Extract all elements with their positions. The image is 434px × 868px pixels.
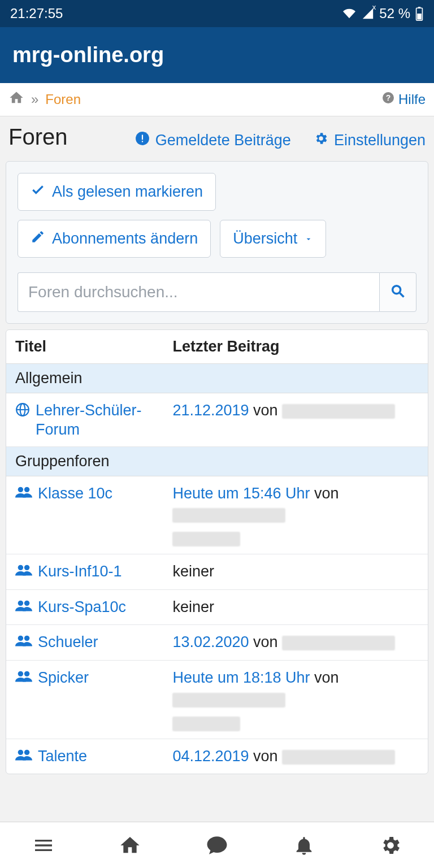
svg-point-19 <box>18 636 23 641</box>
forum-name: Talente <box>38 746 87 766</box>
forum-last-post: keiner <box>172 561 419 583</box>
nav-home[interactable] <box>113 834 147 857</box>
status-right: x 52 % <box>342 6 424 21</box>
group-icon <box>15 597 32 617</box>
search-button[interactable] <box>379 272 416 312</box>
app-header: mrg-online.org <box>0 27 434 83</box>
forum-name: Klasse 10c <box>38 483 112 504</box>
forum-row[interactable]: Schueler13.02.2020 von <box>6 625 428 661</box>
subscriptions-button[interactable]: Abonnements ändern <box>18 220 211 258</box>
forum-row[interactable]: Lehrer-Schüler-Forum21.12.2019 von <box>6 393 428 447</box>
svg-point-13 <box>18 487 23 492</box>
forum-last-post: keiner <box>172 597 419 618</box>
forum-row[interactable]: SpickerHeute um 18:18 Uhr von <box>6 661 428 739</box>
svg-point-21 <box>18 671 23 676</box>
svg-point-8 <box>393 286 401 294</box>
svg-point-16 <box>24 565 29 570</box>
group-icon <box>15 667 32 687</box>
svg-point-18 <box>24 600 29 605</box>
svg-point-17 <box>18 600 23 605</box>
forum-last-post: Heute um 15:46 Uhr von <box>172 483 419 547</box>
forum-last-post: 13.02.2020 von <box>172 632 419 653</box>
svg-point-20 <box>24 636 29 641</box>
breadcrumb-bar: » Foren ? Hilfe <box>0 83 434 116</box>
status-battery-pct: 52 % <box>379 6 410 21</box>
breadcrumb-current[interactable]: Foren <box>45 92 81 107</box>
svg-point-24 <box>24 749 29 754</box>
mark-read-label: Als gelesen markieren <box>52 183 203 201</box>
check-icon <box>31 183 45 201</box>
reported-posts-link[interactable]: Gemeldete Beiträge <box>135 131 291 150</box>
group-icon <box>15 746 32 766</box>
svg-point-22 <box>24 671 29 676</box>
breadcrumb-separator: » <box>31 92 38 107</box>
globe-icon <box>15 400 30 421</box>
svg-rect-2 <box>417 14 422 19</box>
help-label: Hilfe <box>398 92 426 107</box>
nav-menu[interactable] <box>27 834 60 857</box>
battery-icon <box>415 6 424 21</box>
alert-icon <box>135 131 150 150</box>
help-icon: ? <box>381 91 395 108</box>
forum-row[interactable]: Klasse 10cHeute um 15:46 Uhr von <box>6 476 428 554</box>
wifi-icon <box>342 7 357 20</box>
page-head: Foren Gemeldete Beiträge Einstellungen <box>0 116 434 155</box>
column-title: Titel <box>15 338 172 355</box>
search-icon <box>390 283 406 301</box>
group-icon <box>15 483 32 503</box>
section-row: Allgemein <box>6 364 428 393</box>
group-icon <box>15 632 32 652</box>
forum-name: Spicker <box>38 667 89 688</box>
nav-notifications[interactable] <box>287 834 321 857</box>
svg-point-15 <box>18 565 23 570</box>
home-icon[interactable] <box>8 90 24 109</box>
mark-read-button[interactable]: Als gelesen markieren <box>18 173 216 211</box>
overview-dropdown[interactable]: Übersicht <box>220 220 326 258</box>
section-row: Gruppenforen <box>6 447 428 476</box>
settings-label: Einstellungen <box>334 132 426 149</box>
help-link[interactable]: ? Hilfe <box>381 91 426 108</box>
forum-last-post: 21.12.2019 von <box>172 400 419 422</box>
svg-rect-1 <box>418 7 420 8</box>
forum-row[interactable]: Kurs-Inf10-1keiner <box>6 554 428 590</box>
svg-text:?: ? <box>386 93 391 102</box>
forum-last-post: Heute um 18:18 Uhr von <box>172 667 419 731</box>
settings-link[interactable]: Einstellungen <box>314 131 426 150</box>
page-links: Gemeldete Beiträge Einstellungen <box>135 131 426 153</box>
forum-row[interactable]: Kurs-Spa10ckeiner <box>6 590 428 626</box>
caret-down-icon <box>304 230 313 248</box>
table-header-row: Titel Letzter Beitrag <box>6 330 428 364</box>
toolbar-panel: Als gelesen markieren Abonnements ändern… <box>6 161 428 324</box>
nav-messages[interactable] <box>200 834 234 857</box>
search-input[interactable] <box>18 272 379 312</box>
reported-posts-label: Gemeldete Beiträge <box>155 132 291 149</box>
forum-table: Titel Letzter Beitrag AllgemeinLehrer-Sc… <box>6 329 428 774</box>
page: Foren Gemeldete Beiträge Einstellungen <box>0 116 434 822</box>
forum-name: Lehrer-Schüler-Forum <box>36 400 172 440</box>
bottom-nav <box>0 822 434 868</box>
column-last-post: Letzter Beitrag <box>172 338 419 355</box>
overview-label: Übersicht <box>233 230 297 248</box>
status-time: 21:27:55 <box>10 6 63 21</box>
svg-rect-6 <box>142 135 143 140</box>
forum-row[interactable]: Talente04.12.2019 von <box>6 739 428 774</box>
svg-line-9 <box>400 293 404 297</box>
status-bar: 21:27:55 x 52 % <box>0 0 434 27</box>
svg-rect-7 <box>142 141 143 142</box>
signal-icon: x <box>361 7 375 20</box>
forum-name: Kurs-Spa10c <box>38 597 126 617</box>
subscriptions-label: Abonnements ändern <box>52 230 198 248</box>
app-title: mrg-online.org <box>12 43 164 67</box>
forum-last-post: 04.12.2019 von <box>172 746 419 767</box>
svg-point-14 <box>24 487 29 492</box>
edit-icon <box>31 229 45 248</box>
gear-icon <box>314 131 328 150</box>
svg-point-23 <box>18 749 23 754</box>
forum-name: Schueler <box>38 632 98 652</box>
group-icon <box>15 561 32 581</box>
forum-name: Kurs-Inf10-1 <box>38 561 122 581</box>
nav-settings[interactable] <box>374 834 407 857</box>
page-title: Foren <box>8 121 68 153</box>
